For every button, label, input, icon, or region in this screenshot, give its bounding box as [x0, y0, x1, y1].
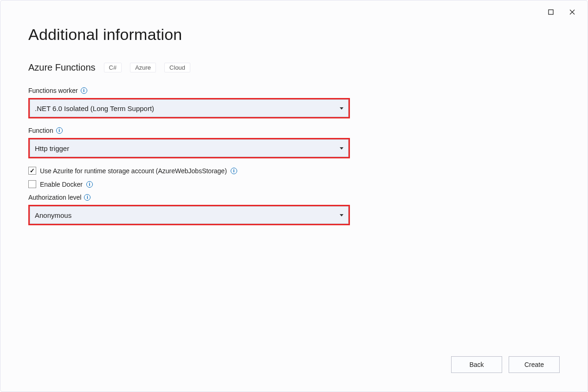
template-name: Azure Functions — [28, 62, 96, 73]
close-icon — [569, 9, 575, 15]
functions-worker-label: Functions worker i — [28, 87, 560, 94]
chevron-down-icon — [340, 147, 343, 150]
back-button[interactable]: Back — [451, 356, 502, 373]
functions-worker-highlight: .NET 6.0 Isolated (Long Term Support) — [28, 98, 350, 118]
tag-cloud: Cloud — [164, 63, 190, 72]
svg-rect-0 — [549, 10, 553, 14]
function-label: Function i — [28, 127, 560, 134]
info-icon[interactable]: i — [56, 127, 63, 134]
info-icon[interactable]: i — [86, 181, 93, 188]
function-label-text: Function — [28, 127, 53, 134]
maximize-icon — [548, 9, 554, 15]
use-azurite-label: Use Azurite for runtime storage account … — [40, 167, 227, 175]
use-azurite-row: Use Azurite for runtime storage account … — [28, 167, 560, 175]
auth-level-label: Authorization level i — [28, 194, 560, 201]
info-icon[interactable]: i — [84, 194, 90, 201]
maximize-button[interactable] — [546, 7, 556, 17]
use-azurite-checkbox[interactable] — [28, 167, 36, 175]
tag-azure: Azure — [130, 63, 156, 72]
auth-level-value: Anonymous — [35, 211, 71, 219]
function-dropdown[interactable]: Http trigger — [30, 139, 349, 157]
enable-docker-row: Enable Docker i — [28, 180, 560, 188]
window-titlebar — [546, 0, 588, 19]
template-row: Azure Functions C# Azure Cloud — [28, 62, 560, 73]
close-button[interactable] — [567, 7, 577, 17]
enable-docker-checkbox[interactable] — [28, 180, 36, 188]
function-highlight: Http trigger — [28, 138, 350, 158]
functions-worker-dropdown[interactable]: .NET 6.0 Isolated (Long Term Support) — [30, 99, 349, 117]
chevron-down-icon — [340, 214, 343, 216]
auth-level-highlight: Anonymous — [28, 205, 350, 225]
function-value: Http trigger — [35, 144, 69, 152]
tag-csharp: C# — [104, 63, 122, 72]
chevron-down-icon — [340, 107, 343, 110]
functions-worker-label-text: Functions worker — [28, 87, 78, 94]
create-button[interactable]: Create — [509, 356, 560, 373]
dialog-footer: Back Create — [451, 356, 560, 373]
auth-level-label-text: Authorization level — [28, 194, 81, 201]
dialog-content: Additional information Azure Functions C… — [28, 26, 560, 234]
info-icon[interactable]: i — [231, 168, 237, 174]
page-title: Additional information — [28, 26, 560, 44]
auth-level-dropdown[interactable]: Anonymous — [30, 206, 349, 224]
info-icon[interactable]: i — [81, 87, 87, 94]
functions-worker-value: .NET 6.0 Isolated (Long Term Support) — [35, 105, 154, 112]
enable-docker-label: Enable Docker — [40, 181, 83, 188]
